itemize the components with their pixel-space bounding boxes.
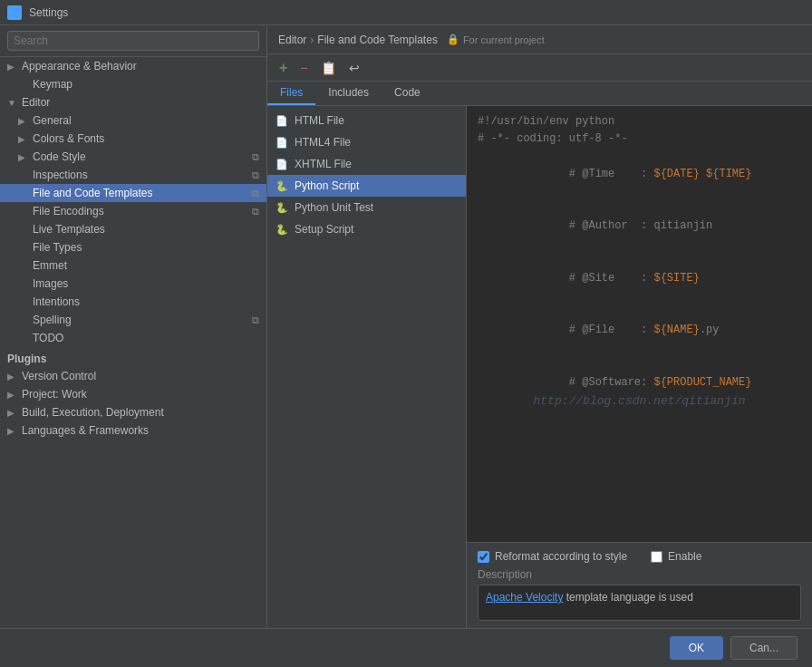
- file-item-python-script[interactable]: 🐍 Python Script: [267, 175, 466, 197]
- file-item-label: HTML4 File: [295, 136, 351, 149]
- sidebar-item-build-execution[interactable]: ▶ Build, Execution, Deployment: [0, 403, 266, 421]
- sidebar-item-label: File and Code Templates: [33, 187, 153, 199]
- arrow-spacer: [18, 188, 29, 198]
- description-label: Description: [478, 568, 801, 581]
- sidebar-item-project-work[interactable]: ▶ Project: Work: [0, 385, 266, 403]
- sidebar-item-editor[interactable]: ▼ Editor: [0, 93, 266, 111]
- cancel-button[interactable]: Can...: [730, 636, 798, 660]
- reset-template-button[interactable]: ↩: [344, 59, 364, 77]
- breadcrumb-separator: ›: [310, 34, 314, 46]
- dialog-content: ▶ Appearance & Behavior Keymap ▼ Editor …: [0, 25, 812, 628]
- sidebar-item-live-templates[interactable]: Live Templates: [0, 220, 266, 238]
- arrow-icon: ▶: [7, 390, 18, 400]
- apache-velocity-link[interactable]: Apache Velocity: [486, 591, 563, 604]
- python-script-icon: 🐍: [275, 179, 289, 193]
- sidebar-item-general[interactable]: ▶ General: [0, 111, 266, 130]
- arrow-spacer: [18, 225, 29, 235]
- file-item-xhtml[interactable]: 📄 XHTML File: [267, 153, 466, 175]
- code-line-5: # @Site : ${SITE}: [478, 253, 801, 305]
- copy-icon: ⧉: [252, 206, 259, 218]
- reformat-row: Reformat according to style Enable: [478, 550, 801, 563]
- sidebar-item-appearance[interactable]: ▶ Appearance & Behavior: [0, 57, 266, 75]
- code-line-1: #!/usr/bin/env python: [478, 113, 801, 130]
- file-list: 📄 HTML File 📄 HTML4 File 📄 XHTML File 🐍 …: [267, 106, 467, 628]
- sidebar-item-label: Editor: [22, 96, 50, 109]
- sidebar-item-label: Colors & Fonts: [33, 132, 104, 145]
- tab-code[interactable]: Code: [382, 82, 433, 105]
- file-item-python-unit-test[interactable]: 🐍 Python Unit Test: [267, 197, 466, 218]
- xhtml-file-icon: 📄: [275, 157, 289, 171]
- project-label: For current project: [463, 34, 545, 45]
- setup-script-icon: 🐍: [275, 222, 289, 237]
- code-line-3: # @Time : ${DATE} ${TIME}: [478, 148, 801, 200]
- sidebar-item-inspections[interactable]: Inspections ⧉: [0, 166, 266, 184]
- title-bar: Settings: [0, 0, 812, 25]
- file-item-html[interactable]: 📄 HTML File: [267, 110, 466, 131]
- sidebar-item-label: Inspections: [33, 169, 88, 181]
- main-panel: Editor › File and Code Templates 🔒 For c…: [267, 25, 812, 628]
- sidebar-plugins-label: Plugins: [0, 347, 266, 367]
- copy-template-button[interactable]: 📋: [316, 59, 341, 77]
- copy-icon: ⧉: [252, 169, 259, 181]
- sidebar-item-file-encodings[interactable]: File Encodings ⧉: [0, 202, 266, 220]
- sidebar-item-emmet[interactable]: Emmet: [0, 256, 266, 275]
- settings-dialog: Settings ▶ Appearance & Behavior Keymap …: [0, 0, 812, 667]
- arrow-spacer: [18, 80, 29, 90]
- sidebar-item-intentions[interactable]: Intentions: [0, 293, 266, 311]
- arrow-icon: ▶: [7, 372, 18, 382]
- sidebar-item-version-control[interactable]: ▶ Version Control: [0, 367, 266, 385]
- code-line-6: # @File : ${NAME}.py: [478, 304, 801, 357]
- tab-includes[interactable]: Includes: [315, 82, 382, 105]
- remove-template-button[interactable]: −: [295, 59, 312, 77]
- sidebar-item-todo[interactable]: TODO: [0, 329, 266, 347]
- python-unit-test-icon: 🐍: [275, 200, 289, 215]
- sidebar-item-keymap[interactable]: Keymap: [0, 75, 266, 93]
- sidebar-item-label: Keymap: [33, 78, 72, 91]
- arrow-spacer: [18, 297, 29, 307]
- dialog-title: Settings: [29, 6, 68, 19]
- enable-checkbox[interactable]: [651, 551, 662, 563]
- code-editor[interactable]: #!/usr/bin/env python # -*- coding: utf-…: [467, 106, 812, 542]
- code-area: #!/usr/bin/env python # -*- coding: utf-…: [467, 106, 812, 628]
- arrow-spacer: [18, 279, 29, 289]
- sidebar-item-label: Spelling: [33, 314, 72, 326]
- sidebar-item-label: Appearance & Behavior: [22, 60, 137, 72]
- sidebar-item-code-style[interactable]: ▶ Code Style ⧉: [0, 148, 266, 166]
- sidebar-item-label: File Encodings: [33, 205, 104, 218]
- sidebar-item-label: File Types: [33, 241, 82, 254]
- lock-icon: 🔒: [447, 34, 459, 45]
- search-box: [0, 25, 266, 57]
- tab-files[interactable]: Files: [267, 82, 315, 105]
- add-template-button[interactable]: +: [275, 58, 292, 78]
- copy-icon: ⧉: [252, 314, 259, 326]
- sidebar-item-label: Project: Work: [22, 388, 87, 401]
- ok-button[interactable]: OK: [670, 636, 723, 660]
- sidebar-item-label: General: [33, 114, 72, 127]
- sidebar-item-colors-fonts[interactable]: ▶ Colors & Fonts: [0, 130, 266, 148]
- file-item-label: Setup Script: [295, 223, 353, 236]
- search-input[interactable]: [7, 31, 259, 51]
- arrow-spacer: [18, 315, 29, 325]
- code-line-2: # -*- coding: utf-8 -*-: [478, 130, 801, 148]
- description-box: Apache Velocity template language is use…: [478, 585, 801, 621]
- arrow-icon: ▶: [7, 62, 18, 72]
- file-item-setup-script[interactable]: 🐍 Setup Script: [267, 218, 466, 240]
- file-item-html4[interactable]: 📄 HTML4 File: [267, 131, 466, 153]
- file-item-label: Python Script: [295, 179, 359, 192]
- dialog-footer: OK Can...: [0, 628, 812, 667]
- html4-file-icon: 📄: [275, 135, 289, 150]
- sidebar-item-images[interactable]: Images: [0, 275, 266, 293]
- arrow-icon: ▶: [18, 152, 29, 162]
- enable-label: Enable: [668, 550, 701, 563]
- description-rest: template language is used: [563, 591, 692, 604]
- app-icon: [7, 5, 22, 20]
- sidebar-item-languages-frameworks[interactable]: ▶ Languages & Frameworks: [0, 421, 266, 440]
- reformat-checkbox[interactable]: [478, 551, 489, 563]
- sidebar-item-file-types[interactable]: File Types: [0, 238, 266, 256]
- reformat-label: Reformat according to style: [495, 550, 627, 563]
- sidebar-item-label: Intentions: [33, 295, 80, 308]
- sidebar-item-file-code-templates[interactable]: File and Code Templates ⧉: [0, 184, 266, 202]
- sidebar-item-label: Live Templates: [33, 223, 105, 236]
- breadcrumb-current: File and Code Templates: [317, 34, 438, 46]
- sidebar-item-spelling[interactable]: Spelling ⧉: [0, 311, 266, 329]
